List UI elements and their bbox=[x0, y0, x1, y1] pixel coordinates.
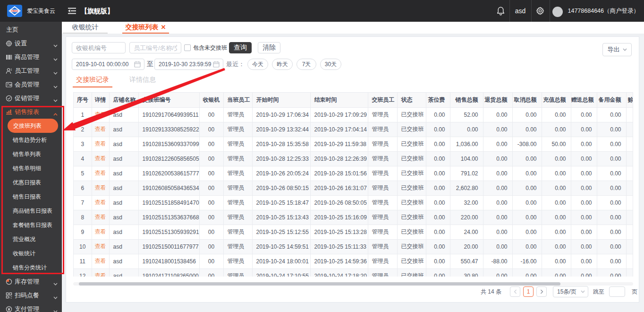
sidebar-item-4[interactable]: 会员管理 bbox=[0, 78, 62, 91]
cell-11-13: -16.00 bbox=[512, 254, 542, 269]
table-row-10: 10查看asd19102515001167797700管理员2019-10-25… bbox=[74, 239, 633, 254]
sidebar-subitem-9[interactable]: 收银统计 bbox=[0, 246, 62, 260]
view-detail-link[interactable]: 查看 bbox=[95, 214, 106, 220]
employee-input[interactable] bbox=[129, 42, 181, 53]
sidebar-subitem-3[interactable]: 销售单明细 bbox=[0, 161, 62, 175]
view-detail-link[interactable]: 查看 bbox=[95, 126, 106, 132]
view-detail-link[interactable]: 查看 bbox=[95, 243, 106, 250]
menu-collapse-icon[interactable] bbox=[68, 8, 76, 14]
calendar-icon[interactable] bbox=[134, 61, 141, 68]
cell-10-5: 管理员 bbox=[223, 239, 252, 254]
clear-button[interactable]: 清除 bbox=[258, 42, 280, 53]
sidebar-subitem-label: 交接班列表 bbox=[8, 122, 42, 130]
cell-9-15: 0.00 bbox=[571, 225, 597, 239]
sidebar-item-9[interactable]: 支付管理 bbox=[0, 302, 62, 312]
sidebar-subitem-6[interactable]: 商品销售日报表 bbox=[0, 204, 62, 218]
cell-8-15: 0.00 bbox=[571, 210, 597, 225]
sidebar-item-0[interactable]: 主页 bbox=[0, 23, 62, 36]
jump-page-input[interactable] bbox=[609, 286, 625, 297]
sidebar-subitem-4[interactable]: 优惠日报表 bbox=[0, 175, 62, 190]
account-label[interactable]: 14778684646（商户登录） bbox=[568, 0, 639, 22]
tab-shift-list[interactable]: 交接班列表✕ bbox=[122, 22, 169, 34]
quick-range-1[interactable]: 昨天 bbox=[272, 59, 293, 70]
view-detail-link[interactable]: 查看 bbox=[95, 184, 106, 191]
sidebar-item-5[interactable]: 促销管理 bbox=[0, 91, 62, 105]
sidebar-item-3[interactable]: 员工管理 bbox=[0, 64, 62, 78]
subtab-detail-info[interactable]: 详情信息 bbox=[126, 74, 159, 87]
next-page-button[interactable] bbox=[536, 286, 547, 297]
cell-12-7: 2019-10-24 17:18:20 bbox=[310, 269, 368, 277]
cell-7-2: asd bbox=[109, 195, 138, 210]
view-detail-link[interactable]: 查看 bbox=[95, 140, 106, 147]
cell-2-8: 管理员 bbox=[368, 122, 397, 137]
include-unhanded-checkbox[interactable] bbox=[184, 44, 191, 51]
view-detail-link[interactable]: 查看 bbox=[95, 155, 106, 162]
cell-11-10: 0.00 bbox=[426, 254, 450, 269]
sidebar-subitem-label: 商品销售日报表 bbox=[0, 207, 52, 215]
cell-12-4: 00 bbox=[199, 269, 223, 277]
cell-4-5: 管理员 bbox=[223, 151, 252, 166]
cell-8-11: 220.00 bbox=[450, 210, 483, 225]
horizontal-scrollbar-track[interactable] bbox=[73, 282, 633, 286]
view-detail-link[interactable]: 查看 bbox=[95, 228, 106, 235]
column-header-9: 状态 bbox=[397, 93, 426, 107]
sidebar-subitem-label: 销售单列表 bbox=[0, 150, 41, 158]
sidebar-subitem-8[interactable]: 营业概况 bbox=[0, 232, 62, 246]
cell-1-3: 191029170649939511 bbox=[138, 107, 199, 122]
user-avatar[interactable] bbox=[552, 7, 563, 17]
view-detail-link[interactable]: 查看 bbox=[95, 111, 106, 118]
cell-11-2: asd bbox=[109, 254, 138, 269]
sidebar-subitem-10[interactable]: 销售分类统计 bbox=[0, 260, 62, 275]
sidebar-item-7[interactable]: 库存管理 bbox=[0, 275, 62, 288]
include-unhanded-label[interactable]: 包含未交接班 bbox=[193, 44, 227, 52]
cell-12-3: 191024171108265000 bbox=[138, 269, 199, 277]
prev-page-button[interactable] bbox=[510, 286, 520, 297]
cell-3-9: 已交接班 bbox=[397, 137, 426, 151]
cashier-no-input[interactable] bbox=[72, 42, 126, 53]
cell-11-14: 0.00 bbox=[542, 254, 571, 269]
sidebar-item-label: 会员管理 bbox=[14, 80, 39, 89]
view-detail-link[interactable]: 查看 bbox=[95, 258, 106, 264]
cell-5-9: 已交接班 bbox=[397, 166, 426, 181]
sidebar-subitem-0[interactable]: 交接班列表 bbox=[8, 119, 58, 133]
horizontal-scrollbar-thumb[interactable] bbox=[79, 282, 560, 286]
tab-close-icon[interactable]: ✕ bbox=[161, 24, 166, 31]
column-header-15: 赠送总额 bbox=[571, 93, 597, 107]
cell-3-5: 管理员 bbox=[223, 137, 252, 151]
page-size-select[interactable]: 15条/页 bbox=[553, 286, 588, 297]
sidebar-subitem-2[interactable]: 销售单列表 bbox=[0, 147, 62, 161]
settings-gear-icon[interactable] bbox=[536, 7, 544, 15]
subtab-shift-records[interactable]: 交接班记录 bbox=[73, 74, 112, 87]
sidebar-item-1[interactable]: 设置 bbox=[0, 36, 62, 50]
query-button[interactable]: 查询 bbox=[229, 42, 252, 53]
view-detail-link[interactable]: 查看 bbox=[95, 272, 106, 277]
calendar-icon[interactable] bbox=[213, 61, 220, 68]
sidebar-subitem-7[interactable]: 套餐销售日报表 bbox=[0, 218, 62, 232]
edition-badge: 【旗舰版】 bbox=[81, 0, 114, 22]
quick-range-2[interactable]: 7天 bbox=[297, 59, 316, 70]
cell-2-14: 0.00 bbox=[542, 122, 571, 137]
cell-9-17 bbox=[626, 225, 633, 239]
view-detail-link[interactable]: 查看 bbox=[95, 170, 106, 176]
cell-1-0: 1 bbox=[74, 107, 92, 122]
date-from-input[interactable] bbox=[72, 61, 131, 68]
quick-range-0[interactable]: 今天 bbox=[247, 59, 268, 70]
cell-11-0: 11 bbox=[74, 254, 92, 269]
sidebar-subitem-label: 营业概况 bbox=[0, 235, 35, 243]
sidebar-subitem-1[interactable]: 销售趋势分析 bbox=[0, 133, 62, 147]
staff-icon bbox=[6, 68, 12, 74]
date-to-input[interactable] bbox=[155, 61, 213, 68]
current-page-button[interactable]: 1 bbox=[523, 286, 534, 297]
topbar-username[interactable]: asd bbox=[509, 0, 531, 22]
sidebar-item-8[interactable]: 扫码点餐 bbox=[0, 288, 62, 302]
cell-6-8: 管理员 bbox=[368, 181, 397, 195]
sidebar-subitem-5[interactable]: 销售日报表 bbox=[0, 190, 62, 204]
quick-range-3[interactable]: 30天 bbox=[320, 59, 341, 70]
view-detail-link[interactable]: 查看 bbox=[95, 199, 106, 206]
tab-cashier-stats[interactable]: 收银统计 bbox=[63, 22, 108, 34]
sidebar-item-6[interactable]: 销售报表 bbox=[0, 105, 62, 119]
notification-bell-icon[interactable] bbox=[497, 7, 505, 16]
sidebar-item-2[interactable]: 商品管理 bbox=[0, 50, 62, 64]
sidebar: 主页设置商品管理员工管理会员管理促销管理销售报表交接班列表销售趋势分析销售单列表… bbox=[0, 22, 62, 312]
export-button[interactable]: 导出 bbox=[602, 43, 632, 56]
